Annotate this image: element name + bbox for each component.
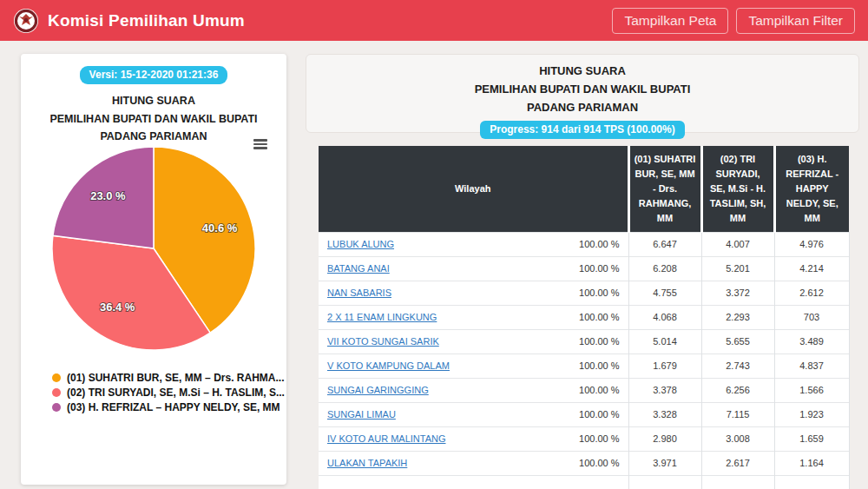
vote-count-cell: 3.372: [701, 281, 774, 305]
region-cell: BATANG ANAI: [319, 256, 553, 281]
vote-count-cell: 703: [774, 305, 849, 329]
progress-percent-cell: 100.00 %: [553, 281, 628, 305]
region-link[interactable]: 2 X 11 ENAM LINGKUNG: [327, 312, 437, 322]
table-row: LUBUK ALUNG100.00 %6.6474.0074.976: [319, 232, 849, 256]
vote-count-cell: 2.617: [701, 451, 774, 475]
table-row-partial: [319, 475, 849, 489]
vote-count-cell: 2.743: [701, 354, 774, 378]
vote-count-cell: 3.971: [628, 451, 701, 475]
vote-count-cell: 6.647: [628, 232, 701, 256]
vote-count-cell: 6.256: [701, 378, 774, 402]
region-link[interactable]: SUNGAI GARINGGING: [327, 385, 429, 395]
region-link[interactable]: SUNGAI LIMAU: [327, 409, 396, 420]
table-row: SUNGAI LIMAU100.00 %3.3287.1151.923: [319, 402, 849, 426]
tampilkan-peta-button[interactable]: Tampilkan Peta: [612, 8, 728, 34]
progress-percent-cell: 100.00 %: [553, 378, 628, 402]
table-header-candidate-1: (01) SUHATRI BUR, SE, MM - Drs. RAHMANG,…: [628, 146, 701, 232]
vote-count-cell: 4.068: [628, 305, 701, 329]
vote-count-cell: 2.612: [774, 281, 849, 305]
vote-count-cell: 1.164: [774, 451, 849, 475]
vote-count-cell: 3.008: [701, 426, 774, 451]
vote-count-cell: 1.679: [628, 354, 701, 378]
legend-label: (03) H. REFRIZAL – HAPPY NELDY, SE, MM: [67, 401, 280, 413]
region-cell: ULAKAN TAPAKIH: [319, 451, 553, 475]
chart-panel: Versi: 15-12-2020 01:21:36 HITUNG SUARA …: [21, 54, 286, 485]
table-row: V KOTO KAMPUNG DALAM100.00 %1.6792.7434.…: [319, 354, 849, 378]
results-header-panel: HITUNG SUARA PEMILIHAN BUPATI DAN WAKIL …: [306, 54, 859, 133]
region-cell: SUNGAI GARINGGING: [319, 378, 553, 402]
region-link[interactable]: NAN SABARIS: [327, 287, 391, 298]
progress-percent-cell: 100.00 %: [553, 305, 628, 329]
table-header-candidate-3: (03) H. REFRIZAL - HAPPY NELDY, SE, MM: [774, 146, 849, 232]
vote-count-cell: 4.755: [628, 281, 701, 305]
region-link[interactable]: VII KOTO SUNGAI SARIK: [327, 336, 439, 347]
progress-badge: Progress: 914 dari 914 TPS (100.00%): [480, 121, 684, 139]
vote-count-cell: 2.293: [701, 305, 774, 329]
table-row: 2 X 11 ENAM LINGKUNG100.00 %4.0682.29370…: [319, 305, 849, 329]
vote-count-cell: 7.115: [701, 402, 774, 426]
page-title-line-2: PEMILIHAN BUPATI DAN WAKIL BUPATI: [306, 81, 858, 99]
pie-slice-label-2: 36.4 %: [100, 301, 135, 314]
legend-label: (01) SUHATRI BUR, SE, MM – Drs. RAHMA...: [67, 372, 284, 384]
region-link[interactable]: V KOTO KAMPUNG DALAM: [327, 360, 450, 371]
region-cell: IV KOTO AUR MALINTANG: [319, 426, 553, 451]
legend-item-3[interactable]: (03) H. REFRIZAL – HAPPY NELDY, SE, MM: [52, 401, 285, 413]
kpu-logo-icon: [13, 8, 39, 34]
vote-count-cell: 4.976: [774, 232, 849, 256]
vote-count-cell: 4.214: [774, 256, 849, 281]
progress-percent-cell: 100.00 %: [553, 256, 628, 281]
region-cell: VII KOTO SUNGAI SARIK: [319, 329, 553, 354]
vote-count-cell: 2.980: [628, 426, 701, 451]
legend-item-2[interactable]: (02) TRI SURYADI, SE, M.Si – H. TASLIM, …: [52, 387, 285, 399]
progress-percent-cell: 100.00 %: [553, 451, 628, 475]
region-link[interactable]: LUBUK ALUNG: [327, 239, 394, 249]
legend-dot-icon: [52, 388, 61, 397]
region-link[interactable]: ULAKAN TAPAKIH: [327, 458, 407, 468]
vote-count-cell: 5.201: [701, 256, 774, 281]
region-cell: 2 X 11 ENAM LINGKUNG: [319, 305, 553, 329]
vote-count-cell: 4.837: [774, 354, 849, 378]
results-table-container: Wilayah (01) SUHATRI BUR, SE, MM - Drs. …: [319, 146, 849, 489]
region-cell: SUNGAI LIMAU: [319, 402, 553, 426]
legend-item-1[interactable]: (01) SUHATRI BUR, SE, MM – Drs. RAHMA...: [52, 372, 285, 384]
table-row: NAN SABARIS100.00 %4.7553.3722.612: [319, 281, 849, 305]
chart-title-line-3: PADANG PARIAMAN: [21, 128, 286, 146]
progress-percent-cell: 100.00 %: [553, 232, 628, 256]
progress-percent-cell: 100.00 %: [553, 329, 628, 354]
vote-count-cell: 6.208: [628, 256, 701, 281]
progress-percent-cell: 100.00 %: [553, 426, 628, 451]
top-bar: Komisi Pemilihan Umum Tampilkan Peta Tam…: [0, 0, 868, 41]
table-row: SUNGAI GARINGGING100.00 %3.3786.2561.566: [319, 378, 849, 402]
vote-count-cell: 5.655: [701, 329, 774, 354]
chart-title: HITUNG SUARA PEMILIHAN BUPATI DAN WAKIL …: [21, 92, 286, 146]
legend-dot-icon: [52, 373, 61, 382]
chart-title-line-2: PEMILIHAN BUPATI DAN WAKIL BUPATI: [21, 110, 286, 129]
region-cell: LUBUK ALUNG: [319, 232, 553, 256]
progress-percent-cell: 100.00 %: [553, 402, 628, 426]
tampilkan-filter-button[interactable]: Tampilkan Filter: [736, 8, 855, 34]
region-cell: NAN SABARIS: [319, 281, 553, 305]
region-link[interactable]: IV KOTO AUR MALINTANG: [327, 433, 446, 444]
pie-slice-label-1: 40.6 %: [202, 221, 238, 235]
region-link[interactable]: BATANG ANAI: [327, 263, 390, 274]
table-row: BATANG ANAI100.00 %6.2085.2014.214: [319, 256, 849, 281]
version-badge: Versi: 15-12-2020 01:21:36: [80, 66, 228, 84]
table-header-wilayah: Wilayah: [319, 146, 628, 232]
table-header-candidate-2: (02) TRI SURYADI, SE, M.Si - H. TASLIM, …: [701, 146, 774, 232]
page-title-line-3: PADANG PARIAMAN: [306, 99, 858, 117]
table-row: VII KOTO SUNGAI SARIK100.00 %5.0145.6553…: [319, 329, 849, 354]
progress-percent-cell: 100.00 %: [553, 354, 628, 378]
top-bar-actions: Tampilkan Peta Tampilkan Filter: [612, 8, 855, 34]
pie-slice-label-3: 23.0 %: [90, 189, 126, 202]
page-title-line-1: HITUNG SUARA: [306, 63, 858, 81]
vote-count-cell: 5.014: [628, 329, 701, 354]
table-row: IV KOTO AUR MALINTANG100.00 %2.9803.0081…: [319, 426, 849, 451]
vote-count-cell: 1.659: [774, 426, 849, 451]
results-table: Wilayah (01) SUHATRI BUR, SE, MM - Drs. …: [319, 146, 850, 489]
table-row: ULAKAN TAPAKIH100.00 %3.9712.6171.164: [319, 451, 849, 475]
legend-dot-icon: [52, 403, 61, 412]
chart-legend: (01) SUHATRI BUR, SE, MM – Drs. RAHMA...…: [52, 372, 285, 416]
app-title: Komisi Pemilihan Umum: [48, 11, 245, 30]
vote-count-cell: 1.923: [774, 402, 849, 426]
vote-count-cell: 1.566: [774, 378, 849, 402]
